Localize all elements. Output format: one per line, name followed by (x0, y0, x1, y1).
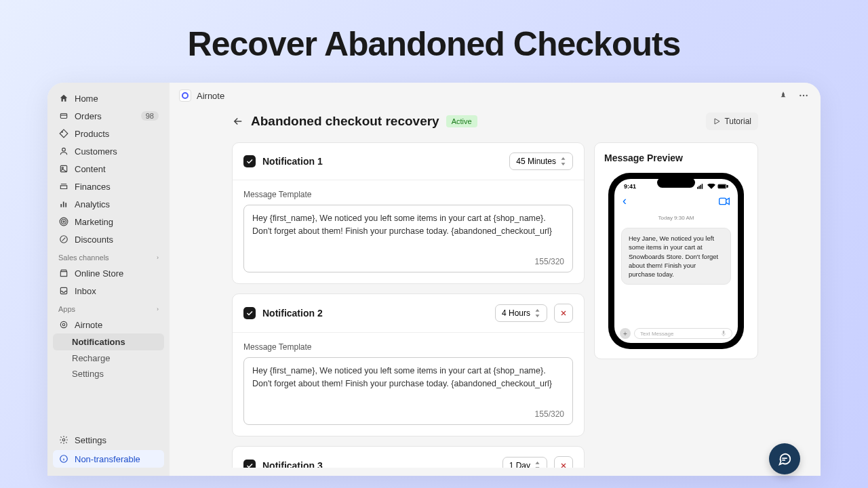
sidebar-item-orders[interactable]: Orders 98 (53, 107, 164, 125)
notification-checkbox[interactable] (243, 155, 256, 167)
svg-rect-20 (697, 187, 698, 189)
time-select[interactable]: 1 Day (502, 457, 547, 468)
sidebar-item-customers[interactable]: Customers (53, 142, 164, 160)
svg-point-12 (60, 321, 66, 327)
phone-back-icon: ‹ (623, 194, 627, 208)
sidebar-label: Analytics (75, 199, 110, 209)
svg-rect-25 (718, 185, 725, 188)
svg-point-16 (800, 95, 801, 96)
svg-marker-19 (715, 119, 719, 124)
marketing-icon (58, 216, 69, 227)
svg-rect-0 (60, 114, 66, 119)
app-icon (179, 89, 191, 102)
svg-rect-5 (60, 204, 62, 207)
airnote-icon (58, 319, 69, 330)
svg-point-10 (60, 218, 68, 226)
sort-icon (534, 462, 540, 468)
time-value: 45 Minutes (516, 157, 556, 166)
tutorial-label: Tutorial (724, 117, 751, 126)
back-button[interactable] (232, 115, 244, 127)
sidebar-item-content[interactable]: Content (53, 160, 164, 178)
sidebar-label: Airnote (75, 320, 102, 330)
time-select[interactable]: 4 Hours (495, 304, 547, 322)
svg-rect-26 (727, 186, 728, 188)
compose-input: Text Message (634, 328, 732, 339)
sidebar-label: Content (75, 164, 106, 174)
sidebar-item-recharge[interactable]: Recharge (53, 350, 164, 366)
sidebar-item-airnote[interactable]: Airnote (53, 316, 164, 333)
sidebar-item-notifications[interactable]: Notifications (53, 333, 164, 350)
notification-checkbox[interactable] (243, 307, 256, 319)
notification-title: Notification 3 (262, 460, 323, 468)
products-icon (58, 128, 69, 139)
template-textarea[interactable]: Hey {first_name}, We noticed you left so… (243, 205, 573, 272)
home-icon (58, 93, 69, 104)
sidebar-label: Finances (75, 182, 111, 192)
char-count: 155/320 (535, 257, 564, 266)
info-icon (58, 453, 69, 464)
finances-icon (58, 181, 69, 192)
template-textarea[interactable]: Hey {first_name}, We noticed you left so… (243, 357, 573, 425)
sidebar-item-finances[interactable]: Finances (53, 178, 164, 195)
svg-point-9 (62, 220, 66, 224)
sidebar-section-sales[interactable]: Sales channels › (53, 248, 164, 264)
delete-button[interactable] (554, 456, 573, 468)
orders-icon (58, 110, 69, 121)
time-select[interactable]: 45 Minutes (509, 152, 573, 170)
sidebar-label: Inbox (75, 286, 96, 296)
play-icon (713, 117, 721, 125)
sidebar-label: Home (75, 94, 98, 104)
sidebar-item-non-transferable[interactable]: Non-transferable (53, 450, 164, 468)
pin-icon[interactable] (776, 88, 791, 103)
main: Airnote Abandoned checkout recovery Acti… (170, 83, 821, 476)
preview-title: Message Preview (604, 152, 748, 163)
delete-button[interactable] (554, 304, 573, 323)
sidebar-item-marketing[interactable]: Marketing (53, 213, 164, 230)
sidebar-item-app-settings[interactable]: Settings (53, 366, 164, 382)
sidebar-section-apps[interactable]: Apps › (53, 300, 164, 316)
svg-point-4 (62, 167, 63, 169)
chat-icon (777, 451, 792, 466)
sidebar-item-discounts[interactable]: Discounts (53, 230, 164, 248)
template-text: Hey {first_name}, We noticed you left so… (252, 212, 564, 238)
sort-icon (534, 309, 540, 317)
page-header: Abandoned checkout recovery Active Tutor… (232, 113, 758, 130)
sidebar-item-home[interactable]: Home (53, 89, 164, 107)
sidebar-item-online-store[interactable]: Online Store (53, 264, 164, 282)
notification-title: Notification 2 (262, 308, 323, 319)
content: Abandoned checkout recovery Active Tutor… (170, 108, 821, 468)
svg-rect-22 (701, 185, 702, 189)
app-window: Home Orders 98 Products Customers Conten… (47, 83, 821, 476)
sidebar-label: Orders (75, 111, 102, 121)
chat-fab[interactable] (769, 443, 800, 474)
sidebar-item-settings[interactable]: Settings (53, 431, 164, 449)
template-label: Message Template (243, 342, 573, 352)
orders-badge: 98 (141, 111, 159, 121)
template-text: Hey {first_name}, We noticed you left so… (252, 365, 564, 390)
char-count: 155/320 (535, 409, 564, 419)
svg-point-13 (62, 323, 65, 326)
chevron-right-icon: › (157, 306, 159, 312)
sidebar-item-products[interactable]: Products (53, 125, 164, 142)
mic-icon (721, 330, 726, 337)
svg-rect-7 (65, 203, 66, 207)
app-name: Airnote (197, 91, 224, 101)
svg-rect-21 (698, 186, 700, 189)
notification-checkbox[interactable] (243, 460, 256, 468)
svg-point-8 (63, 221, 64, 222)
phone-time: 9:41 (624, 183, 636, 190)
sidebar-item-analytics[interactable]: Analytics (53, 195, 164, 213)
svg-rect-6 (63, 202, 64, 207)
tutorial-button[interactable]: Tutorial (706, 113, 758, 130)
more-icon[interactable] (796, 88, 811, 103)
svg-point-17 (803, 95, 804, 96)
topbar: Airnote (170, 83, 821, 108)
svg-point-1 (62, 131, 62, 132)
sidebar: Home Orders 98 Products Customers Conten… (47, 83, 170, 476)
sidebar-item-inbox[interactable]: Inbox (53, 282, 164, 300)
compose-plus-icon: + (620, 328, 631, 339)
store-icon (58, 268, 69, 279)
sidebar-label: Online Store (75, 268, 123, 279)
customers-icon (58, 146, 69, 157)
preview-card: Message Preview 9:41 (594, 142, 758, 359)
